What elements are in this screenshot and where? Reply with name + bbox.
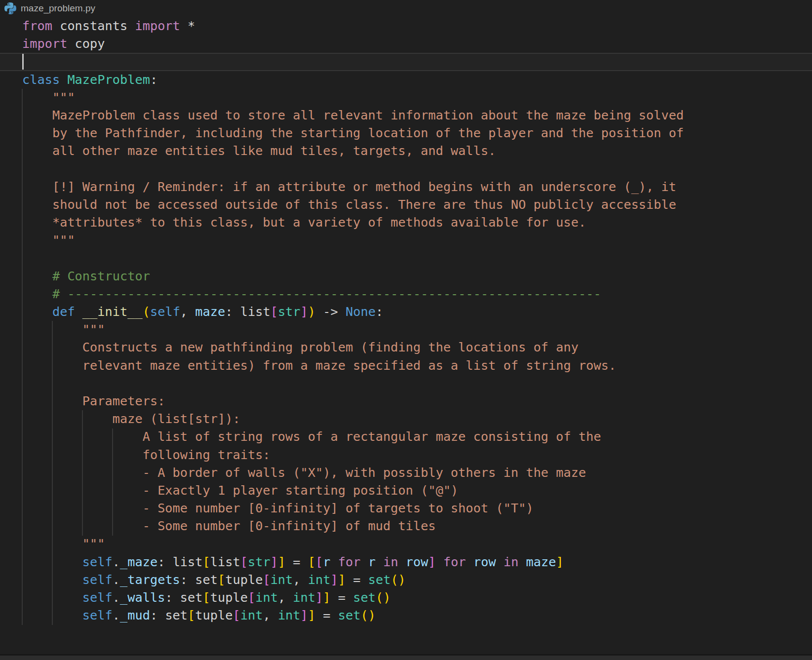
code-token: set (180, 590, 203, 605)
code-token: [ (203, 590, 210, 605)
code-line[interactable]: self._targets: set[tuple[int, int]] = se… (0, 571, 812, 589)
code-token: in (503, 555, 518, 569)
code-line[interactable]: all other maze entities like mud tiles, … (0, 142, 812, 160)
code-token: = (331, 590, 353, 605)
code-token: relevant maze entities) from a maze spec… (22, 358, 616, 373)
window-title: maze_problem.py (21, 3, 95, 14)
code-token: for (443, 555, 466, 569)
code-token: str (248, 555, 271, 569)
code-token: list (173, 555, 203, 569)
code-token: set (368, 573, 391, 587)
code-token: [ (308, 555, 315, 569)
code-token: int (271, 573, 293, 587)
code-token: * (180, 19, 195, 33)
code-token: should not be accessed outside of this c… (22, 197, 676, 212)
code-line[interactable]: self._maze: list[list[str]] = [[r for r … (0, 553, 812, 571)
code-token: ) (308, 305, 315, 319)
code-line[interactable]: Constructs a new pathfinding problem (fi… (0, 339, 812, 356)
code-token: . (113, 590, 120, 605)
code-token: : (376, 305, 383, 319)
code-area[interactable]: from constants import *import copyclass … (0, 17, 812, 624)
code-line[interactable]: """ (0, 232, 812, 249)
code-token: [ (263, 573, 270, 587)
code-line[interactable]: self._walls: set[tuple[int, int]] = set(… (0, 589, 812, 607)
code-token: ] (278, 555, 285, 569)
code-line[interactable]: should not be accessed outside of this c… (0, 196, 812, 214)
code-token: int (255, 590, 278, 605)
code-token: Constructs a new pathfinding problem (fi… (22, 340, 579, 354)
code-token (466, 555, 473, 569)
code-line[interactable]: """ (0, 321, 812, 339)
code-token: _targets (120, 573, 180, 587)
code-line[interactable] (0, 249, 812, 267)
code-token: int (278, 608, 301, 622)
code-line[interactable]: def __init__(self, maze: list[str]) -> N… (0, 303, 812, 321)
code-token: set (165, 608, 188, 622)
code-line[interactable]: """ (0, 535, 812, 553)
code-token: : (157, 555, 172, 569)
code-token (436, 555, 443, 569)
code-line[interactable]: [!] Warning / Reminder: if an attribute … (0, 178, 812, 196)
code-line[interactable]: MazeProblem class used to store all rele… (0, 107, 812, 124)
code-token: for (338, 555, 361, 569)
code-line[interactable]: following traits: (0, 446, 812, 464)
code-token: : (165, 590, 180, 605)
code-token: [ (315, 555, 323, 569)
code-line-current[interactable] (0, 53, 812, 71)
code-line[interactable]: maze (list[str]): (0, 410, 812, 428)
code-token: , (278, 590, 293, 605)
code-line[interactable]: from constants import * (0, 17, 812, 35)
code-line[interactable]: - Some number [0-infinity] of mud tiles (0, 517, 812, 535)
code-line[interactable]: by the Pathfinder, including the startin… (0, 124, 812, 142)
code-line[interactable]: """ (0, 89, 812, 107)
code-token: = (315, 608, 338, 622)
code-line[interactable]: class MazeProblem: (0, 71, 812, 89)
code-token: import (135, 19, 180, 33)
code-token: - Exactly 1 player starting position ("@… (22, 483, 458, 498)
code-token: Parameters: (22, 394, 165, 408)
code-token: A list of string rows of a rectangular m… (22, 429, 601, 444)
code-line[interactable] (0, 160, 812, 178)
code-token: __init__ (82, 305, 143, 319)
code-token: *attributes* to this class, but a variet… (22, 215, 586, 230)
code-token: ( (143, 305, 150, 319)
code-token (496, 555, 503, 569)
code-line[interactable]: A list of string rows of a rectangular m… (0, 428, 812, 446)
code-token: , (293, 573, 308, 587)
code-token: ] (338, 573, 346, 587)
code-token: r (323, 555, 330, 569)
code-line[interactable]: - Exactly 1 player starting position ("@… (0, 482, 812, 500)
code-token: from (22, 19, 52, 33)
code-token: ] (556, 555, 564, 569)
code-token: """ (22, 90, 75, 105)
code-line[interactable]: # Constructor (0, 268, 812, 285)
code-token: ] (428, 555, 436, 569)
code-token: set (195, 573, 218, 587)
code-token: row (406, 555, 428, 569)
code-token: _mud (120, 608, 150, 622)
code-token: def (22, 305, 75, 319)
code-line[interactable] (0, 375, 812, 392)
code-token: : (180, 573, 195, 587)
code-line[interactable]: relevant maze entities) from a maze spec… (0, 357, 812, 375)
code-token: str (278, 305, 301, 319)
code-token: _maze (120, 555, 157, 569)
code-token: [ (248, 590, 255, 605)
code-token: - Some number [0-infinity] of mud tiles (22, 519, 436, 533)
code-token: # Constructor (22, 269, 150, 283)
code-line[interactable]: # --------------------------------------… (0, 285, 812, 303)
code-line[interactable]: import copy (0, 35, 812, 53)
code-token: ] (271, 555, 278, 569)
code-line[interactable]: Parameters: (0, 392, 812, 410)
code-token: = (285, 555, 308, 569)
code-line[interactable]: - Some number [0-infinity] of targets to… (0, 500, 812, 517)
code-token: () (360, 608, 375, 622)
code-token: ] (308, 608, 315, 622)
code-token: : (150, 73, 157, 87)
code-token: """ (22, 322, 105, 337)
code-line[interactable]: self._mud: set[tuple[int, int]] = set() (0, 607, 812, 624)
code-token: int (293, 590, 315, 605)
code-token: tuple (210, 590, 248, 605)
code-line[interactable]: - A border of walls ("X"), with possibly… (0, 464, 812, 482)
code-line[interactable]: *attributes* to this class, but a variet… (0, 214, 812, 232)
